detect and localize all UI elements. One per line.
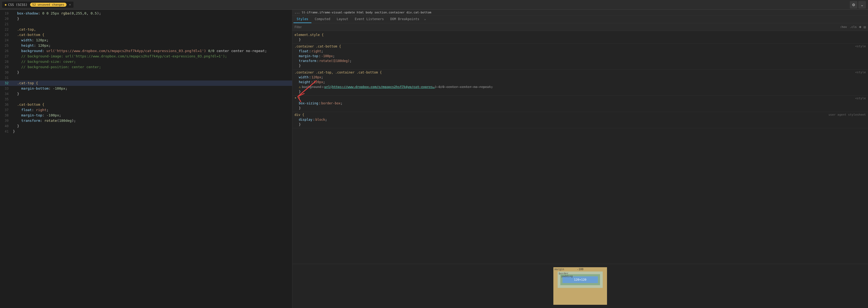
style-rule-cat-bottom: <style .container .cat-bottom { float: r… xyxy=(292,43,868,69)
tab-dom-breakpoints[interactable]: DOM Breakpoints xyxy=(387,16,423,23)
rule-prop-box-sizing: box-sizing: border-box; xyxy=(294,101,866,106)
filter-actions: :hov .cls + ⊡ xyxy=(840,24,866,30)
tab-computed[interactable]: Computed xyxy=(311,16,333,23)
code-line: 22 .cat-top, xyxy=(0,27,292,32)
code-line: 19 box-shadow: 0 0 25px rgba(0,255,0, 0.… xyxy=(0,11,292,16)
box-model-border: border padding 120×120 xyxy=(558,272,603,288)
filter-hov[interactable]: :hov xyxy=(840,25,847,29)
box-model-outer: margin -100 border padding 120×120 xyxy=(553,267,607,305)
rule-selector: user agent stylesheet div { xyxy=(294,113,866,117)
rule-selector: <style * { xyxy=(294,97,866,100)
code-line: 33 margin-bottom: -100px; xyxy=(0,86,292,91)
top-bar-actions: ⚙ ⌄ xyxy=(850,1,866,8)
code-line: 37 float: right; xyxy=(0,107,292,113)
filter-cls[interactable]: .cls xyxy=(849,25,857,29)
code-line: 31 xyxy=(0,75,292,81)
code-line: 21 xyxy=(0,22,292,27)
devtools-tabs: Styles Computed Layout Event Listeners D… xyxy=(292,16,868,23)
rule-prop-margin-top: margin-top: -100px; xyxy=(294,54,866,59)
style-rule-div: user agent stylesheet div { display: blo… xyxy=(292,112,868,128)
styles-content[interactable]: element.style { } <style .container .cat… xyxy=(292,31,868,264)
devtools-panel: ... lt-iframe.iframe-visual-update html … xyxy=(292,10,868,308)
style-rule-cat-top-bottom: <style .container .cat-top, .container .… xyxy=(292,69,868,95)
rule-closing: } xyxy=(294,63,866,68)
box-model-padding: padding 120×120 xyxy=(560,274,600,285)
code-line: 35 xyxy=(0,97,292,102)
margin-top-value: -100 xyxy=(577,268,583,271)
code-line: 38 margin-top: -100px; xyxy=(0,113,292,118)
code-line: 27 // background-image: url('https://www… xyxy=(0,54,292,59)
tab-label: CSS (SCSS) xyxy=(8,3,27,7)
inspector-icon[interactable]: ⊡ xyxy=(864,25,866,29)
devtools-right-panel: ... lt-iframe.iframe-visual-update html … xyxy=(292,10,868,308)
code-line: 29 // background-position: center center… xyxy=(0,64,292,70)
main-area: 19 box-shadow: 0 0 25px rgba(0,255,0, 0.… xyxy=(0,10,868,308)
breadcrumb-text: ... lt-iframe.iframe-visual-update html … xyxy=(294,11,431,14)
tab-event-listeners[interactable]: Event Listeners xyxy=(352,16,387,23)
tab-styles[interactable]: Styles xyxy=(293,16,311,23)
code-line: 30 } xyxy=(0,70,292,75)
code-line: 39 transform: rotate(180deg); xyxy=(0,118,292,123)
rule-closing: } xyxy=(294,122,866,127)
padding-label: padding xyxy=(561,275,573,278)
rule-selector: element.style { xyxy=(294,33,866,37)
rule-prop-height: height: 120px; xyxy=(294,80,866,85)
more-tabs[interactable]: » xyxy=(423,17,428,22)
code-line: 23 .cat-bottom { xyxy=(0,32,292,37)
warning-icon: ⚠ xyxy=(299,85,301,89)
tab-layout[interactable]: Layout xyxy=(333,16,351,23)
code-line: 28 // background-size: cover; xyxy=(0,59,292,64)
breadcrumb: ... lt-iframe.iframe-visual-update html … xyxy=(292,10,868,16)
style-rule-universal: <style * { box-sizing: border-box; } xyxy=(292,95,868,112)
rule-closing: } xyxy=(294,89,866,94)
rule-prop-float: float: right; xyxy=(294,49,866,54)
rule-closing: } xyxy=(294,106,866,111)
code-line: 24 width: 120px; xyxy=(0,37,292,43)
code-line: 26 background: url('https://www.dropbox.… xyxy=(0,48,292,54)
code-line: 41 } xyxy=(0,129,292,134)
filter-input[interactable] xyxy=(294,25,838,29)
rule-prop-width: width: 120px; xyxy=(294,75,866,80)
rule-prop-background: ⚠ background: url(https://www.dropbox.co… xyxy=(294,85,866,89)
rule-source: <style xyxy=(855,44,866,48)
code-editor[interactable]: 19 box-shadow: 0 0 25px rgba(0,255,0, 0.… xyxy=(0,10,292,308)
code-line: 32 .cat-top { xyxy=(0,81,292,86)
unsaved-dot: ● xyxy=(5,3,6,6)
margin-label: margin xyxy=(554,268,564,271)
code-line: 34 } xyxy=(0,91,292,97)
code-line: 25 height: 120px; xyxy=(0,43,292,48)
code-line: 20 } xyxy=(0,16,292,22)
rule-prop-display: display: block; xyxy=(294,117,866,122)
rule-selector: <style .container .cat-top, .container .… xyxy=(294,70,866,74)
gear-button[interactable]: ⚙ xyxy=(850,1,857,8)
top-bar: ● CSS (SCSS) 52 unsaved changes × ⚙ ⌄ xyxy=(0,0,868,10)
rule-source: <style xyxy=(855,70,866,74)
unsaved-badge: 52 unsaved changes xyxy=(30,3,66,7)
rule-closing: } xyxy=(294,37,866,42)
code-line: 36 .cat-bottom { xyxy=(0,102,292,107)
editor-tab[interactable]: ● CSS (SCSS) 52 unsaved changes × xyxy=(2,2,73,8)
rule-source: <style xyxy=(855,97,866,100)
rule-source: user agent stylesheet xyxy=(829,113,866,117)
tab-close-icon[interactable]: × xyxy=(69,3,71,6)
style-rule-element: element.style { } xyxy=(292,32,868,43)
box-model: margin -100 border padding 120×120 xyxy=(292,264,868,308)
filter-bar: :hov .cls + ⊡ xyxy=(292,23,868,31)
rule-prop-transform: transform: rotate(⓪180deg); xyxy=(294,59,866,63)
rule-selector: <style .container .cat-bottom { xyxy=(294,44,866,48)
add-style-button[interactable]: + xyxy=(858,24,863,30)
chevron-button[interactable]: ⌄ xyxy=(858,1,866,8)
code-line: 40 } xyxy=(0,123,292,129)
